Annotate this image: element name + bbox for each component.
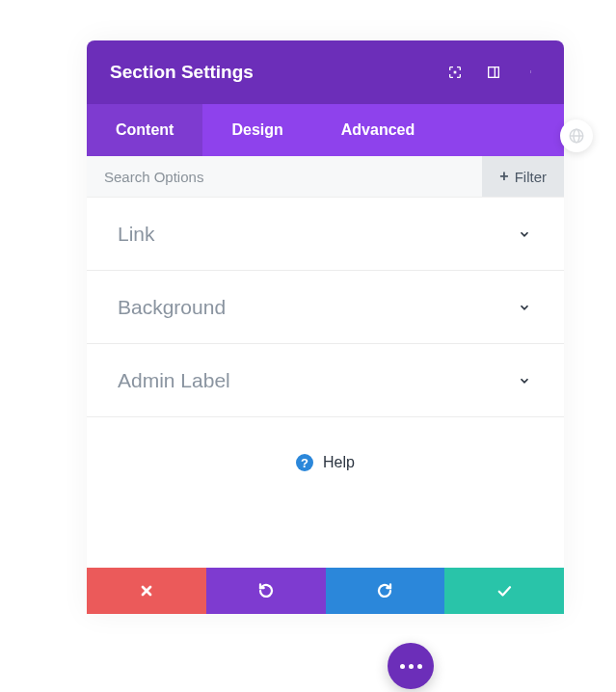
cancel-button[interactable]	[87, 568, 206, 614]
svg-rect-0	[454, 71, 457, 74]
footer	[87, 568, 564, 614]
option-row-admin-label[interactable]: Admin Label	[87, 344, 564, 417]
globe-icon[interactable]	[560, 120, 593, 152]
help-label: Help	[323, 454, 355, 471]
options-list: Link Background Admin Label	[87, 198, 564, 417]
dot-icon	[417, 664, 422, 669]
svg-point-4	[530, 71, 531, 72]
option-title: Link	[118, 223, 155, 246]
tab-design[interactable]: Design	[202, 104, 311, 156]
svg-rect-1	[489, 67, 499, 78]
option-row-background[interactable]: Background	[87, 271, 564, 344]
chevron-down-icon	[518, 374, 531, 387]
plus-icon: +	[499, 168, 508, 185]
chevron-down-icon	[518, 227, 531, 241]
modal-title: Section Settings	[110, 62, 446, 83]
svg-point-5	[530, 72, 531, 73]
filter-bar: + Filter	[87, 156, 564, 198]
filter-button-label: Filter	[515, 169, 547, 185]
search-input[interactable]	[87, 156, 482, 197]
option-title: Background	[118, 296, 226, 319]
floating-more-button[interactable]	[388, 643, 434, 689]
dot-icon	[409, 664, 414, 669]
filter-button[interactable]: + Filter	[482, 156, 564, 197]
header-icons	[446, 64, 541, 81]
option-row-link[interactable]: Link	[87, 198, 564, 271]
dock-icon[interactable]	[485, 64, 502, 81]
redo-button[interactable]	[326, 568, 445, 614]
svg-point-3	[530, 70, 531, 71]
dot-icon	[400, 664, 405, 669]
expand-icon[interactable]	[446, 64, 464, 81]
help-row[interactable]: ? Help	[87, 417, 564, 568]
undo-button[interactable]	[206, 568, 326, 614]
save-button[interactable]	[444, 568, 564, 614]
tab-content[interactable]: Content	[87, 104, 202, 156]
more-icon[interactable]	[523, 64, 541, 81]
modal-header: Section Settings	[87, 40, 564, 104]
help-icon: ?	[296, 454, 313, 471]
tab-bar: Content Design Advanced	[87, 104, 564, 156]
settings-modal: Section Settings	[87, 40, 564, 614]
option-title: Admin Label	[118, 369, 230, 392]
chevron-down-icon	[518, 301, 531, 314]
tab-advanced[interactable]: Advanced	[312, 104, 443, 156]
